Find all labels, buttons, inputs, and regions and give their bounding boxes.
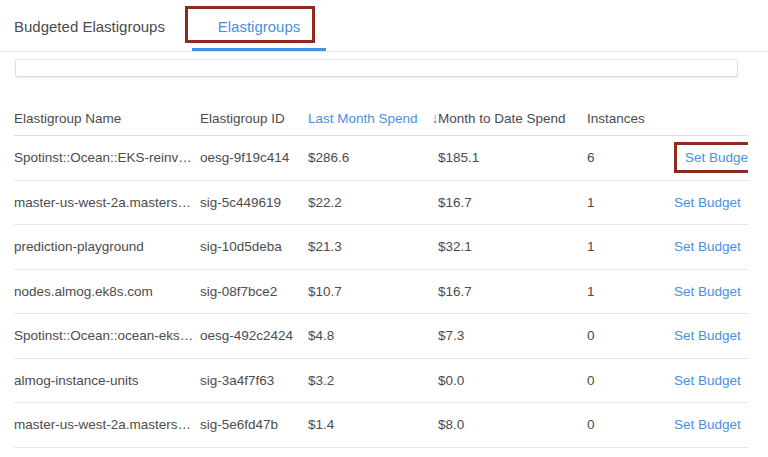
cell-action: Set Budget [674,284,748,299]
set-budget-link[interactable]: Set Budget [674,373,741,388]
tab-bar: Budgeted Elastigroups Elastigroups [0,0,768,52]
cell-elastigroup-id: sig-08f7bce2 [200,284,308,299]
cell-last-month-spend: $1.4 [308,417,438,432]
cell-instances: 1 [587,284,674,299]
cell-instances: 1 [587,195,674,210]
table-header-row: Elastigroup Name Elastigroup ID Last Mon… [14,101,748,136]
cell-action: Set Budget [674,373,748,388]
cell-elastigroup-name: almog-instance-units [14,373,200,388]
cell-last-month-spend: $4.8 [308,328,438,343]
set-budget-link[interactable]: Set Budget [674,417,741,432]
table-row: master-us-west-2a.masters… sig-5c449619 … [14,181,748,226]
cell-instances: 0 [587,373,674,388]
cell-month-to-date-spend: $185.1 [438,150,587,165]
header-last-month-spend-label: Last Month Spend [308,111,418,126]
cell-elastigroup-name: nodes.almog.ek8s.com [14,284,200,299]
cell-instances: 0 [587,417,674,432]
cell-action: Set Budget [674,142,748,173]
cell-last-month-spend: $286.6 [308,150,438,165]
cell-month-to-date-spend: $32.1 [438,239,587,254]
cell-month-to-date-spend: $8.0 [438,417,587,432]
header-instances[interactable]: Instances [587,111,674,126]
cell-month-to-date-spend: $16.7 [438,195,587,210]
cell-action: Set Budget [674,195,748,210]
cell-month-to-date-spend: $0.0 [438,373,587,388]
cell-elastigroup-name: Spotinst::Ocean::EKS-reinv… [14,150,200,165]
header-elastigroup-name[interactable]: Elastigroup Name [14,111,200,126]
tab-budgeted-elastigroups[interactable]: Budgeted Elastigroups [14,0,165,52]
cell-elastigroup-name: master-us-west-2a.masters… [14,417,200,432]
cell-month-to-date-spend: $7.3 [438,328,587,343]
active-tab-underline [192,48,326,51]
cell-last-month-spend: $10.7 [308,284,438,299]
table-row: Spotinst::Ocean::ocean-eks… oesg-492c242… [14,314,748,359]
set-budget-link[interactable]: Set Budget [674,284,741,299]
cell-last-month-spend: $21.3 [308,239,438,254]
cell-elastigroup-id: oesg-9f19c414 [200,150,308,165]
table-row: master-us-west-2a.masters… sig-5e6fd47b … [14,403,748,448]
table-row: Spotinst::Ocean::EKS-reinv… oesg-9f19c41… [14,136,748,181]
set-budget-link[interactable]: Set Budget [674,239,741,254]
header-month-to-date-spend[interactable]: Month to Date Spend [438,111,587,126]
header-elastigroup-id[interactable]: Elastigroup ID [200,111,308,126]
cell-elastigroup-id: sig-5c449619 [200,195,308,210]
cell-elastigroup-name: prediction-playground [14,239,200,254]
cell-elastigroup-id: sig-3a4f7f63 [200,373,308,388]
header-last-month-spend[interactable]: Last Month Spend ↓ [308,110,438,126]
elastigroups-table: Elastigroup Name Elastigroup ID Last Mon… [14,101,748,448]
cell-month-to-date-spend: $16.7 [438,284,587,299]
cell-elastigroup-id: sig-10d5deba [200,239,308,254]
table-row: almog-instance-units sig-3a4f7f63 $3.2 $… [14,359,748,404]
filter-bar[interactable] [15,59,738,77]
cell-last-month-spend: $3.2 [308,373,438,388]
tab-elastigroups-label: Elastigroups [218,18,301,35]
cell-elastigroup-id: oesg-492c2424 [200,328,308,343]
tab-budgeted-elastigroups-label: Budgeted Elastigroups [14,18,165,35]
set-budget-link[interactable]: Set Budget [674,195,741,210]
cell-instances: 6 [587,150,674,165]
table-body: Spotinst::Ocean::EKS-reinv… oesg-9f19c41… [14,136,748,448]
cell-action: Set Budget [674,239,748,254]
cell-instances: 1 [587,239,674,254]
cell-elastigroup-id: sig-5e6fd47b [200,417,308,432]
table-row: nodes.almog.ek8s.com sig-08f7bce2 $10.7 … [14,270,748,315]
set-budget-link[interactable]: Set Budget [674,142,748,173]
cell-last-month-spend: $22.2 [308,195,438,210]
cell-action: Set Budget [674,328,748,343]
cell-action: Set Budget [674,417,748,432]
cell-elastigroup-name: Spotinst::Ocean::ocean-eks… [14,328,200,343]
cell-instances: 0 [587,328,674,343]
cell-elastigroup-name: master-us-west-2a.masters… [14,195,200,210]
tab-elastigroups[interactable]: Elastigroups [192,0,326,52]
set-budget-link[interactable]: Set Budget [674,328,741,343]
table-row: prediction-playground sig-10d5deba $21.3… [14,225,748,270]
